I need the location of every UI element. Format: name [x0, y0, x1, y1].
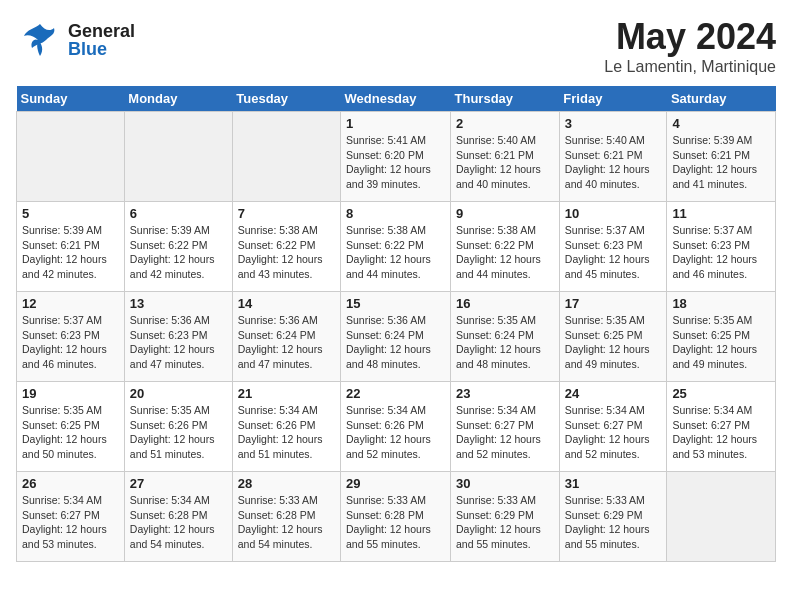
weekday-header-sunday: Sunday — [17, 86, 125, 112]
day-info: Sunrise: 5:35 AM Sunset: 6:25 PM Dayligh… — [672, 313, 770, 372]
day-info: Sunrise: 5:38 AM Sunset: 6:22 PM Dayligh… — [238, 223, 335, 282]
logo-text: General Blue — [68, 22, 135, 58]
day-number: 25 — [672, 386, 770, 401]
weekday-header-saturday: Saturday — [667, 86, 776, 112]
calendar-cell: 25Sunrise: 5:34 AM Sunset: 6:27 PM Dayli… — [667, 382, 776, 472]
calendar-cell: 21Sunrise: 5:34 AM Sunset: 6:26 PM Dayli… — [232, 382, 340, 472]
calendar-cell: 12Sunrise: 5:37 AM Sunset: 6:23 PM Dayli… — [17, 292, 125, 382]
calendar-cell — [667, 472, 776, 562]
calendar-cell — [17, 112, 125, 202]
day-number: 14 — [238, 296, 335, 311]
calendar-cell: 31Sunrise: 5:33 AM Sunset: 6:29 PM Dayli… — [559, 472, 667, 562]
calendar-cell — [124, 112, 232, 202]
calendar-week-3: 12Sunrise: 5:37 AM Sunset: 6:23 PM Dayli… — [17, 292, 776, 382]
day-number: 9 — [456, 206, 554, 221]
day-number: 10 — [565, 206, 662, 221]
day-info: Sunrise: 5:35 AM Sunset: 6:26 PM Dayligh… — [130, 403, 227, 462]
day-number: 1 — [346, 116, 445, 131]
calendar-cell: 29Sunrise: 5:33 AM Sunset: 6:28 PM Dayli… — [341, 472, 451, 562]
calendar-cell: 15Sunrise: 5:36 AM Sunset: 6:24 PM Dayli… — [341, 292, 451, 382]
day-number: 13 — [130, 296, 227, 311]
calendar-cell: 11Sunrise: 5:37 AM Sunset: 6:23 PM Dayli… — [667, 202, 776, 292]
calendar-week-2: 5Sunrise: 5:39 AM Sunset: 6:21 PM Daylig… — [17, 202, 776, 292]
calendar-cell: 9Sunrise: 5:38 AM Sunset: 6:22 PM Daylig… — [451, 202, 560, 292]
location-subtitle: Le Lamentin, Martinique — [604, 58, 776, 76]
day-number: 7 — [238, 206, 335, 221]
weekday-header-row: SundayMondayTuesdayWednesdayThursdayFrid… — [17, 86, 776, 112]
day-number: 15 — [346, 296, 445, 311]
calendar-cell: 3Sunrise: 5:40 AM Sunset: 6:21 PM Daylig… — [559, 112, 667, 202]
day-number: 2 — [456, 116, 554, 131]
day-number: 12 — [22, 296, 119, 311]
day-info: Sunrise: 5:33 AM Sunset: 6:28 PM Dayligh… — [238, 493, 335, 552]
calendar-cell: 24Sunrise: 5:34 AM Sunset: 6:27 PM Dayli… — [559, 382, 667, 472]
weekday-header-tuesday: Tuesday — [232, 86, 340, 112]
day-info: Sunrise: 5:33 AM Sunset: 6:29 PM Dayligh… — [456, 493, 554, 552]
day-number: 29 — [346, 476, 445, 491]
day-number: 22 — [346, 386, 445, 401]
calendar-cell: 30Sunrise: 5:33 AM Sunset: 6:29 PM Dayli… — [451, 472, 560, 562]
day-info: Sunrise: 5:34 AM Sunset: 6:27 PM Dayligh… — [22, 493, 119, 552]
calendar-table: SundayMondayTuesdayWednesdayThursdayFrid… — [16, 86, 776, 562]
day-number: 8 — [346, 206, 445, 221]
day-info: Sunrise: 5:39 AM Sunset: 6:21 PM Dayligh… — [22, 223, 119, 282]
day-number: 21 — [238, 386, 335, 401]
calendar-cell: 17Sunrise: 5:35 AM Sunset: 6:25 PM Dayli… — [559, 292, 667, 382]
day-info: Sunrise: 5:41 AM Sunset: 6:20 PM Dayligh… — [346, 133, 445, 192]
logo: General Blue — [16, 16, 135, 64]
day-number: 5 — [22, 206, 119, 221]
calendar-cell: 22Sunrise: 5:34 AM Sunset: 6:26 PM Dayli… — [341, 382, 451, 472]
day-info: Sunrise: 5:35 AM Sunset: 6:25 PM Dayligh… — [565, 313, 662, 372]
calendar-cell — [232, 112, 340, 202]
calendar-cell: 5Sunrise: 5:39 AM Sunset: 6:21 PM Daylig… — [17, 202, 125, 292]
day-number: 6 — [130, 206, 227, 221]
calendar-cell: 28Sunrise: 5:33 AM Sunset: 6:28 PM Dayli… — [232, 472, 340, 562]
calendar-cell: 10Sunrise: 5:37 AM Sunset: 6:23 PM Dayli… — [559, 202, 667, 292]
day-number: 20 — [130, 386, 227, 401]
day-info: Sunrise: 5:34 AM Sunset: 6:26 PM Dayligh… — [346, 403, 445, 462]
day-info: Sunrise: 5:36 AM Sunset: 6:24 PM Dayligh… — [346, 313, 445, 372]
day-info: Sunrise: 5:37 AM Sunset: 6:23 PM Dayligh… — [672, 223, 770, 282]
calendar-cell: 27Sunrise: 5:34 AM Sunset: 6:28 PM Dayli… — [124, 472, 232, 562]
day-number: 28 — [238, 476, 335, 491]
day-info: Sunrise: 5:34 AM Sunset: 6:28 PM Dayligh… — [130, 493, 227, 552]
calendar-cell: 4Sunrise: 5:39 AM Sunset: 6:21 PM Daylig… — [667, 112, 776, 202]
logo-icon — [16, 16, 64, 64]
day-info: Sunrise: 5:39 AM Sunset: 6:22 PM Dayligh… — [130, 223, 227, 282]
calendar-week-5: 26Sunrise: 5:34 AM Sunset: 6:27 PM Dayli… — [17, 472, 776, 562]
day-info: Sunrise: 5:38 AM Sunset: 6:22 PM Dayligh… — [456, 223, 554, 282]
calendar-cell: 16Sunrise: 5:35 AM Sunset: 6:24 PM Dayli… — [451, 292, 560, 382]
day-info: Sunrise: 5:34 AM Sunset: 6:27 PM Dayligh… — [672, 403, 770, 462]
logo-blue: Blue — [68, 40, 135, 58]
calendar-cell: 18Sunrise: 5:35 AM Sunset: 6:25 PM Dayli… — [667, 292, 776, 382]
calendar-cell: 20Sunrise: 5:35 AM Sunset: 6:26 PM Dayli… — [124, 382, 232, 472]
day-info: Sunrise: 5:40 AM Sunset: 6:21 PM Dayligh… — [456, 133, 554, 192]
day-number: 31 — [565, 476, 662, 491]
day-number: 4 — [672, 116, 770, 131]
calendar-cell: 6Sunrise: 5:39 AM Sunset: 6:22 PM Daylig… — [124, 202, 232, 292]
day-info: Sunrise: 5:34 AM Sunset: 6:27 PM Dayligh… — [456, 403, 554, 462]
calendar-cell: 19Sunrise: 5:35 AM Sunset: 6:25 PM Dayli… — [17, 382, 125, 472]
calendar-cell: 13Sunrise: 5:36 AM Sunset: 6:23 PM Dayli… — [124, 292, 232, 382]
day-info: Sunrise: 5:35 AM Sunset: 6:25 PM Dayligh… — [22, 403, 119, 462]
day-info: Sunrise: 5:35 AM Sunset: 6:24 PM Dayligh… — [456, 313, 554, 372]
weekday-header-monday: Monday — [124, 86, 232, 112]
calendar-cell: 14Sunrise: 5:36 AM Sunset: 6:24 PM Dayli… — [232, 292, 340, 382]
day-info: Sunrise: 5:37 AM Sunset: 6:23 PM Dayligh… — [565, 223, 662, 282]
calendar-week-1: 1Sunrise: 5:41 AM Sunset: 6:20 PM Daylig… — [17, 112, 776, 202]
day-info: Sunrise: 5:39 AM Sunset: 6:21 PM Dayligh… — [672, 133, 770, 192]
day-number: 24 — [565, 386, 662, 401]
weekday-header-wednesday: Wednesday — [341, 86, 451, 112]
day-number: 27 — [130, 476, 227, 491]
calendar-cell: 7Sunrise: 5:38 AM Sunset: 6:22 PM Daylig… — [232, 202, 340, 292]
calendar-cell: 8Sunrise: 5:38 AM Sunset: 6:22 PM Daylig… — [341, 202, 451, 292]
day-info: Sunrise: 5:38 AM Sunset: 6:22 PM Dayligh… — [346, 223, 445, 282]
day-number: 26 — [22, 476, 119, 491]
month-title: May 2024 — [604, 16, 776, 58]
calendar-cell: 23Sunrise: 5:34 AM Sunset: 6:27 PM Dayli… — [451, 382, 560, 472]
calendar-cell: 1Sunrise: 5:41 AM Sunset: 6:20 PM Daylig… — [341, 112, 451, 202]
day-info: Sunrise: 5:34 AM Sunset: 6:27 PM Dayligh… — [565, 403, 662, 462]
day-number: 18 — [672, 296, 770, 311]
page-header: General Blue May 2024 Le Lamentin, Marti… — [16, 16, 776, 76]
day-info: Sunrise: 5:36 AM Sunset: 6:24 PM Dayligh… — [238, 313, 335, 372]
